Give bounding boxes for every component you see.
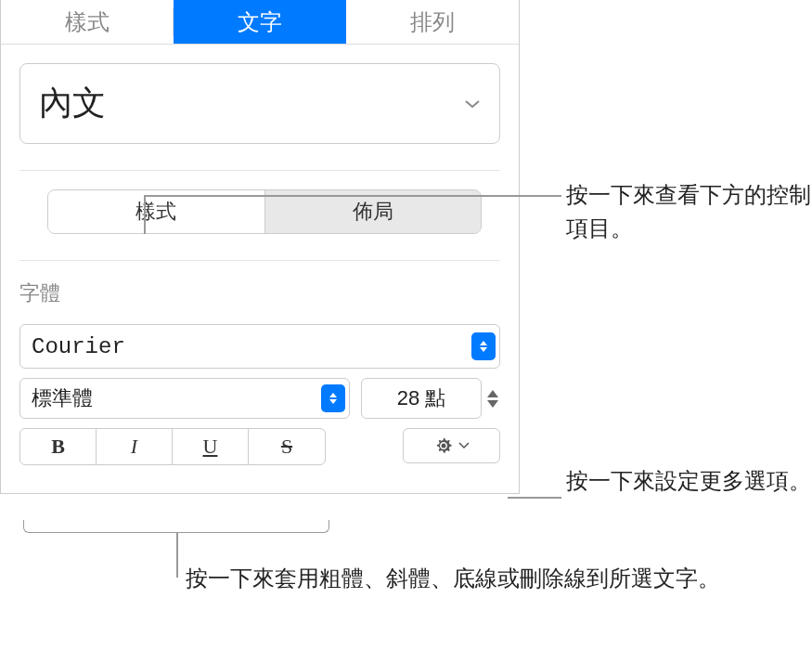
callout-line: [508, 497, 561, 499]
font-size-field[interactable]: 28 點: [361, 378, 482, 419]
format-button-group: B I U S: [19, 428, 326, 465]
italic-button[interactable]: I: [97, 429, 173, 464]
top-tabs: 樣式 文字 排列: [1, 0, 519, 45]
chevron-down-icon: [464, 99, 481, 109]
advanced-options-button[interactable]: [403, 428, 500, 463]
font-size-stepper[interactable]: [485, 378, 500, 419]
divider: [19, 260, 500, 261]
strikethrough-button[interactable]: S: [249, 429, 325, 464]
callout-fmt-hint: 按一下來套用粗體、斜體、底線或刪除線到所選文字。: [186, 562, 720, 595]
font-weight-select[interactable]: 標準體: [19, 378, 350, 419]
seg-layout[interactable]: 佈局: [265, 190, 482, 233]
paragraph-style-label: 內文: [39, 81, 106, 126]
tab-style[interactable]: 樣式: [1, 0, 174, 44]
callout-seg-hint: 按一下來查看下方的控制項目。: [566, 178, 812, 245]
gear-icon: [434, 436, 453, 455]
updown-icon: [321, 384, 345, 412]
divider: [19, 170, 500, 171]
bold-button[interactable]: B: [20, 429, 97, 464]
paragraph-style-select[interactable]: 內文: [19, 63, 500, 144]
chevron-down-icon: [458, 442, 470, 449]
underline-button[interactable]: U: [173, 429, 249, 464]
tab-arrange[interactable]: 排列: [346, 0, 519, 44]
font-section-label: 字體: [19, 280, 500, 307]
callout-bracket: [23, 520, 329, 533]
seg-style[interactable]: 樣式: [48, 190, 265, 233]
font-family-select[interactable]: Courier: [19, 324, 500, 369]
callout-gear-hint: 按一下來設定更多選項。: [566, 464, 811, 498]
font-name-value: Courier: [32, 334, 125, 359]
callout-line: [176, 533, 178, 578]
tab-text[interactable]: 文字: [174, 0, 346, 44]
svg-point-0: [441, 444, 445, 448]
callout-line: [144, 195, 561, 197]
callout-line: [144, 195, 146, 234]
updown-icon: [471, 332, 496, 360]
font-weight-value: 標準體: [32, 384, 93, 412]
